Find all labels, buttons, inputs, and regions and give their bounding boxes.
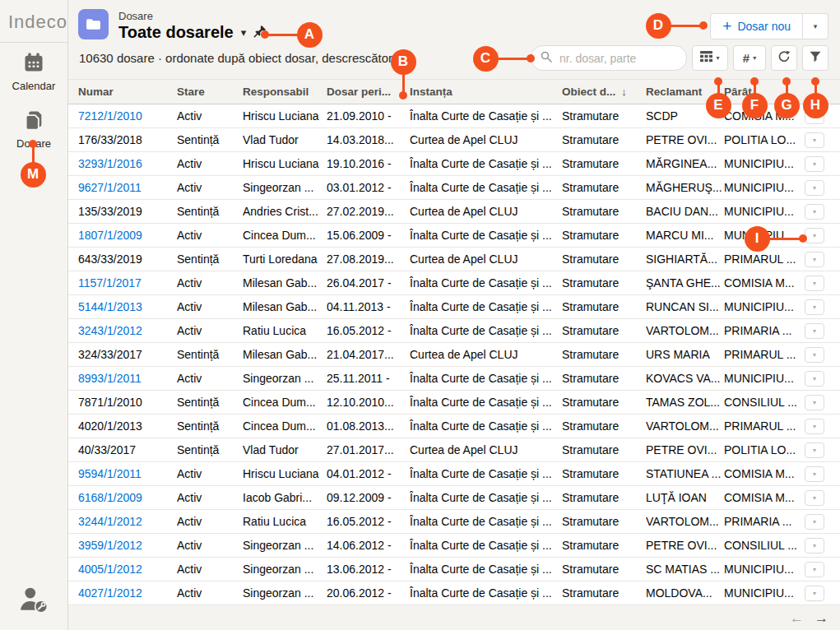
row-actions-button[interactable]: ▾ (805, 228, 824, 243)
cell-instanta: Înalta Curte de Casație și ... (410, 491, 562, 504)
cell-obiect: Stramutare (562, 109, 646, 123)
row-actions-button[interactable]: ▾ (805, 419, 824, 434)
dosar-link[interactable]: 3293/1/2016 (78, 157, 177, 170)
next-page-icon[interactable]: → (814, 611, 828, 625)
dosar-link[interactable]: 4005/1/2012 (78, 563, 177, 576)
cell-responsabil: Singeorzan ... (243, 563, 327, 576)
cell-stare: Activ (177, 157, 243, 170)
row-actions-button[interactable]: ▾ (805, 347, 824, 363)
cell-numar: 324/33/2017 (78, 348, 177, 361)
dosar-link[interactable]: 3959/1/2012 (78, 539, 177, 552)
row-actions-button[interactable]: ▾ (805, 276, 824, 291)
column-header-7[interactable]: Reclamant (646, 86, 724, 98)
row-actions-button[interactable]: ▾ (805, 204, 824, 220)
chevron-down-icon: ▾ (753, 54, 756, 62)
dosar-link[interactable]: 6168/1/2009 (78, 491, 177, 504)
dosar-link[interactable]: 7212/1/2010 (78, 109, 177, 123)
pin-icon[interactable] (253, 25, 267, 41)
cell-parat: MUNICIPIU... (724, 205, 805, 218)
dosar-link[interactable]: 9627/1/2011 (78, 181, 177, 194)
column-header-4[interactable]: Dosar peri... (327, 86, 410, 98)
dosar-link[interactable]: 3244/1/2012 (78, 515, 177, 528)
dosar-link[interactable]: 4027/1/2012 (78, 586, 177, 600)
list-controls: ▾ # ▾ (531, 45, 828, 71)
cell-instanta: Curtea de Apel CLUJ (410, 252, 562, 266)
main-content: Dosare Toate dosarele ▾ 10630 dosare · o… (68, 0, 840, 630)
row-actions-button[interactable]: ▾ (805, 371, 824, 387)
cell-responsabil: Hriscu Luciana (243, 157, 327, 170)
new-dosar-dropdown-button[interactable]: ▾ (803, 13, 828, 39)
table-row: 3959/1/2012ActivSingeorzan ...14.06.2012… (68, 534, 840, 558)
refresh-button[interactable] (771, 45, 797, 71)
column-header-2[interactable]: Stare (177, 86, 243, 98)
column-header-3[interactable]: Responsabil (243, 86, 327, 98)
new-dosar-button[interactable]: + Dosar nou (710, 13, 803, 39)
dosar-link[interactable]: 5144/1/2013 (78, 300, 177, 313)
cell-responsabil: Iacob Gabri... (243, 491, 327, 504)
dosar-link[interactable]: 1157/1/2017 (78, 276, 177, 290)
previous-page-icon[interactable]: ← (790, 611, 804, 625)
cell-obiect: Stramutare (562, 396, 646, 409)
row-actions-button[interactable]: ▾ (805, 109, 824, 124)
filter-button[interactable] (802, 45, 828, 71)
table-row: 4020/1/2013SentințăCincea Dum...01.08.20… (68, 415, 840, 438)
cell-reclamant: SCDP (646, 109, 724, 123)
row-actions-button[interactable]: ▾ (805, 299, 824, 315)
column-header-6[interactable]: Obiect d...↓ (562, 86, 646, 98)
cell-perioada: 21.04.2017... (327, 348, 410, 361)
table-row: 5144/1/2013ActivMilesan Gab...04.11.2013… (68, 295, 840, 319)
row-actions-button[interactable]: ▾ (805, 562, 824, 577)
row-actions-button[interactable]: ▾ (805, 180, 824, 196)
dosar-link[interactable]: 8993/1/2011 (78, 372, 177, 385)
row-actions-button[interactable]: ▾ (805, 323, 824, 339)
cell-reclamant: VARTOLOM... (646, 515, 724, 528)
row-actions-button[interactable]: ▾ (805, 252, 824, 267)
row-actions-button[interactable]: ▾ (805, 442, 824, 458)
cell-instanta: Înalta Curte de Casație și ... (410, 467, 562, 480)
column-header-5[interactable]: Instanța (410, 86, 562, 98)
cell-obiect: Stramutare (562, 133, 646, 146)
search-icon (541, 51, 552, 66)
cell-responsabil: Singeorzan ... (243, 181, 327, 194)
cell-numar: 176/33/2018 (78, 133, 177, 146)
cell-perioada: 20.06.2012 - (327, 586, 410, 600)
row-actions-button[interactable]: ▾ (805, 466, 824, 482)
row-actions-button[interactable]: ▾ (805, 514, 824, 530)
cell-obiect: Stramutare (562, 324, 646, 337)
search-input[interactable] (558, 51, 677, 66)
sidebar-item-dosare[interactable]: Dosare (0, 109, 67, 150)
cell-instanta: Curtea de Apel CLUJ (410, 348, 562, 361)
display-as-table-button[interactable]: ▾ (692, 45, 728, 71)
cell-numar: 7871/1/2010 (78, 396, 177, 409)
row-actions-button[interactable]: ▾ (805, 490, 824, 506)
dosar-link[interactable]: 3243/1/2012 (78, 324, 177, 337)
search-box[interactable] (531, 45, 687, 71)
column-header-8[interactable]: Pârât (724, 86, 805, 98)
cell-instanta: Înalta Curte de Casație și ... (410, 419, 562, 433)
cell-parat: CONSILIUL ... (724, 539, 805, 552)
row-actions-button[interactable]: ▾ (805, 538, 824, 554)
row-actions-button[interactable]: ▾ (805, 395, 824, 410)
cell-responsabil: Hriscu Luciana (243, 467, 327, 480)
dosar-link[interactable]: 9594/1/2011 (78, 467, 177, 480)
entity-label: Dosare (118, 10, 267, 22)
cell-instanta: Înalta Curte de Casație și ... (410, 109, 562, 123)
cell-perioada: 04.11.2013 - (327, 300, 410, 313)
dosar-link[interactable]: 1807/1/2009 (78, 229, 177, 242)
cell-instanta: Curtea de Apel CLUJ (410, 443, 562, 456)
row-actions-button[interactable]: ▾ (805, 156, 824, 172)
user-settings-button[interactable] (18, 584, 49, 618)
view-selector-caret-icon[interactable]: ▾ (241, 26, 247, 39)
column-header-1[interactable]: Numar (78, 86, 177, 98)
cell-responsabil: Cincea Dum... (243, 396, 327, 409)
row-actions-button[interactable]: ▾ (805, 132, 824, 148)
sidebar-item-calendar[interactable]: Calendar (0, 51, 67, 92)
cell-responsabil: Singeorzan ... (243, 372, 327, 385)
cell-reclamant: MĂRGINEA... (646, 157, 724, 170)
row-actions-button[interactable]: ▾ (805, 586, 824, 601)
row-numbers-button[interactable]: # ▾ (733, 45, 766, 71)
cell-obiect: Stramutare (562, 467, 646, 480)
cell-obiect: Stramutare (562, 443, 646, 456)
cell-parat: MUNICIPIU... (724, 586, 805, 600)
cell-parat: PRIMARUL ... (724, 419, 805, 433)
